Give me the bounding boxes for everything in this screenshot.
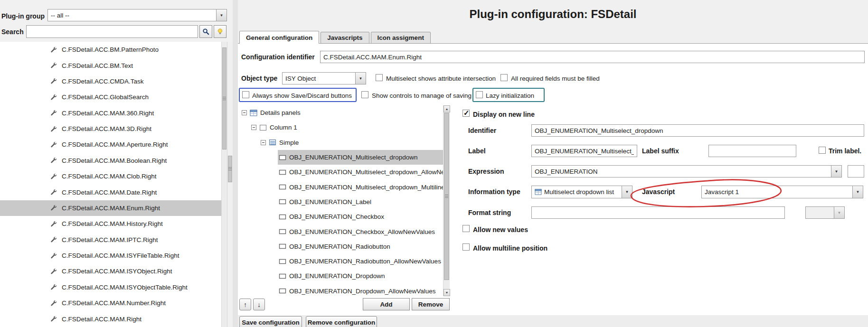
wrench-icon (50, 252, 57, 259)
tree-leaf[interactable]: OBJ_ENUMERATION_Radiobutton_AllowNewValu… (278, 254, 443, 269)
tree-leaf-label: OBJ_ENUMERATION_Multiselect_dropdown_Mul… (289, 184, 443, 191)
list-item[interactable]: C.FSDetail.ACC.MAM.Right (0, 311, 221, 327)
chevron-down-icon[interactable] (852, 186, 863, 198)
tree-scrollbar[interactable] (443, 105, 450, 296)
tree-leaf[interactable]: OBJ_ENUMERATION_Multiselect_dropdown_All… (278, 165, 443, 179)
list-item[interactable]: C.FSDetail.ACC.BM.PatternPhoto (0, 42, 221, 57)
information-type-label: Information type (468, 188, 520, 196)
list-item[interactable]: C.FSDetail.ACC.MAM.ISYObject.Right (0, 263, 221, 279)
list-item[interactable]: C.FSDetail.ACC.MAM.IPTC.Right (0, 232, 221, 248)
wrench-icon (50, 94, 57, 101)
configuration-identifier-input[interactable] (320, 51, 865, 63)
search-label: Search (1, 28, 24, 36)
allow-multiline-label: Allow multiline position (473, 244, 547, 252)
lazy-init-checkbox[interactable] (476, 91, 483, 98)
label-suffix-label: Label suffix (642, 147, 679, 155)
tab-javascripts[interactable]: Javascripts (321, 32, 369, 44)
trim-label-checkbox[interactable] (819, 147, 826, 154)
format-extra-dropdown (805, 206, 845, 219)
list-item-label: C.FSDetail.ACC.MAM.ISYFileTable.Right (62, 252, 179, 259)
list-item-label: C.FSDetail.ACC.MAM.Date.Right (62, 189, 157, 196)
list-item[interactable]: C.FSDetail.ACC.MAM.Number.Right (0, 295, 221, 311)
panel-scrollbar[interactable] (227, 42, 233, 327)
format-string-input[interactable] (531, 206, 785, 219)
add-button[interactable]: Add (363, 298, 410, 310)
tree-leaf[interactable]: OBJ_ENUMERATION_Checkbox (278, 209, 443, 224)
remove-button[interactable]: Remove (412, 298, 450, 310)
wrench-icon (50, 300, 57, 307)
list-item[interactable]: C.FSDetail.ACC.BM.Text (0, 57, 221, 73)
list-scrollbar[interactable] (221, 42, 227, 327)
chevron-down-icon[interactable] (355, 73, 366, 84)
label-suffix-input[interactable] (708, 145, 796, 157)
list-item[interactable]: C.FSDetail.ACC.MAM.ISYObjectTable.Right (0, 280, 221, 295)
panel-divider (233, 0, 238, 327)
tree-leaf-selected[interactable]: OBJ_ENUMERATION_Multiselect_dropdown (278, 150, 443, 165)
chevron-down-icon[interactable] (831, 166, 841, 177)
collapse-icon[interactable] (242, 110, 247, 115)
scroll-up-icon[interactable] (443, 105, 450, 112)
allow-new-values-checkbox[interactable] (462, 225, 470, 232)
tree-leaf[interactable]: OBJ_ENUMERATION_Label (278, 195, 443, 209)
field-icon (279, 214, 286, 220)
remove-configuration-button[interactable]: Remove configuration (306, 316, 377, 327)
multiselect-intersection-checkbox[interactable] (376, 74, 383, 81)
tree-leaf[interactable]: OBJ_ENUMERATION_Radiobutton (278, 239, 443, 254)
move-down-button[interactable] (253, 299, 265, 310)
list-item-label: C.FSDetail.ACC.BM.Text (62, 62, 133, 69)
panel-scrollbar-thumb[interactable] (228, 156, 232, 182)
save-configuration-button[interactable]: Save configuration (239, 316, 302, 327)
tree-node-details-panels[interactable]: Details panels (238, 105, 443, 120)
list-item[interactable]: C.FSDetail.ACC.GlobalSearch (0, 89, 221, 105)
scroll-down-icon[interactable] (443, 289, 450, 296)
display-new-line-checkbox[interactable] (462, 110, 470, 117)
tree-leaf[interactable]: OBJ_ENUMERATION_Multiselect_dropdown_Mul… (278, 179, 443, 194)
identifier-input[interactable] (531, 124, 864, 137)
wrench-icon (50, 189, 57, 196)
chevron-down-icon[interactable] (622, 186, 632, 198)
list-item[interactable]: C.FSDetail.ACC.MAM.360.Right (0, 105, 221, 121)
hint-button[interactable] (214, 25, 226, 38)
tree-leaf[interactable]: OBJ_ENUMERATION_Checkbox_AllowNewValues (278, 224, 443, 239)
tab-general-configuration[interactable]: General configuration (239, 31, 319, 44)
list-item[interactable]: C.FSDetail.ACC.MAM.Clob.Right (0, 168, 221, 184)
field-icon (279, 184, 286, 190)
expression-extra-box[interactable] (848, 165, 864, 178)
list-item[interactable]: C.FSDetail.ACC.MAM.ISYFileTable.Right (0, 248, 221, 263)
information-type-dropdown[interactable]: Multiselect dropdown list (531, 186, 632, 198)
always-show-save-checkbox[interactable] (242, 91, 249, 98)
tree-leaf[interactable]: OBJ_ENUMERATION_Dropdown_AllowNewValues (278, 284, 443, 296)
list-item[interactable]: C.FSDetail.ACC.MAM.3D.Right (0, 121, 221, 137)
allow-new-values-label: Allow new values (473, 226, 528, 234)
tree-node-column-1[interactable]: Column 1 (238, 120, 443, 135)
all-required-checkbox[interactable] (500, 74, 508, 81)
plugin-group-value: -- all -- (48, 9, 216, 21)
list-item[interactable]: C.FSDetail.ACC.MAM.History.Right (0, 216, 221, 232)
list-scrollbar-thumb[interactable] (222, 47, 226, 149)
tree-leaf-label: OBJ_ENUMERATION_Dropdown (289, 272, 385, 280)
list-item[interactable]: C.FSDetail.ACC.MAM.Aperture.Right (0, 137, 221, 152)
tree-leaf[interactable]: OBJ_ENUMERATION_Dropdown (278, 269, 443, 283)
show-controls-checkbox[interactable] (361, 91, 368, 98)
collapse-icon[interactable] (261, 140, 266, 145)
list-item[interactable]: C.FSDetail.ACC.MAM.Boolean.Right (0, 153, 221, 168)
move-up-button[interactable] (239, 299, 251, 310)
tab-icon-assigment[interactable]: Icon assigment (371, 32, 431, 44)
list-item[interactable]: C.FSDetail.ACC.CMDA.Task (0, 74, 221, 89)
list-item-selected[interactable]: C.FSDetail.ACC.MAM.Enum.Right (0, 200, 221, 216)
label-input[interactable] (531, 145, 637, 157)
collapse-icon[interactable] (251, 125, 256, 130)
chevron-down-icon[interactable] (216, 9, 226, 21)
javascript-dropdown[interactable]: Javascript 1 (701, 186, 863, 198)
object-type-dropdown[interactable]: ISY Object (282, 72, 366, 84)
list-item-label: C.FSDetail.ACC.MAM.Aperture.Right (62, 141, 168, 148)
search-button[interactable] (199, 25, 212, 38)
list-item[interactable]: C.FSDetail.ACC.MAM.Date.Right (0, 184, 221, 200)
tree-scrollbar-thumb[interactable] (444, 113, 449, 280)
tree-node-simple[interactable]: Simple (238, 135, 443, 150)
search-input[interactable] (26, 25, 198, 38)
format-string-label: Format string (468, 209, 511, 216)
allow-multiline-checkbox[interactable] (462, 243, 470, 251)
plugin-group-dropdown[interactable]: -- all -- (47, 9, 227, 21)
expression-combobox[interactable]: OBJ_ENUMERATION (531, 165, 842, 178)
